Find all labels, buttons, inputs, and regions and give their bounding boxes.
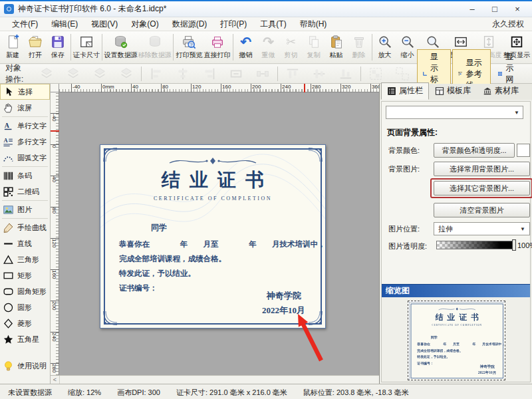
tool-item[interactable]: 圆角矩形 — [0, 283, 50, 299]
toolbar-button[interactable]: ✂ 剪切 — [280, 32, 303, 63]
menu-item[interactable]: 对象(O) — [124, 17, 165, 31]
thumbnail-certificate[interactable]: 结业证书 CERTIFICATE OF COMPLETION 同学 恭喜你在 年… — [408, 301, 505, 380]
menu-item[interactable]: 编辑(E) — [45, 17, 84, 31]
mouse-x-marker — [304, 84, 305, 92]
align-top-icon — [285, 66, 300, 81]
toolbar-button[interactable]: 粘贴 — [325, 32, 348, 63]
panel-tab[interactable]: 素材库 — [477, 82, 525, 100]
minimize-button[interactable]: – — [467, 4, 477, 14]
card-size-icon — [79, 35, 94, 49]
tool-item[interactable]: 条码 — [0, 168, 50, 184]
app-icon — [4, 4, 14, 14]
menu-item[interactable]: 数据源(D) — [166, 17, 214, 31]
horizontal-scrollbar[interactable]: < — [51, 375, 379, 384]
tool-sidebar: 选择 滚屏 A 单行文字 A 多行文字 — [0, 84, 51, 384]
toolbar-button[interactable]: 设置数据源 — [104, 32, 138, 63]
object-action-button[interactable] — [88, 67, 111, 80]
set-datasource-icon — [114, 35, 128, 49]
zoom-out-icon — [400, 35, 415, 49]
tool-item[interactable]: 圆弧文字 — [0, 150, 50, 166]
image-opacity-label: 图片透明度: — [388, 241, 427, 251]
object-action-button[interactable] — [145, 67, 168, 80]
object-selector[interactable]: ▼ — [386, 106, 523, 119]
tool-item[interactable]: 直线 — [0, 235, 50, 251]
toolbar-button[interactable]: 删除 — [348, 32, 370, 63]
tool-item[interactable]: 五角星 — [0, 331, 50, 347]
toolbar-button[interactable]: 打印预览 — [175, 32, 203, 63]
toolbar-button[interactable]: 保存 — [47, 32, 69, 63]
maximize-button[interactable]: □ — [489, 4, 500, 14]
toolbar-button[interactable]: ↶ 撤销 — [235, 32, 257, 63]
object-action-button[interactable] — [115, 67, 138, 80]
object-action-icons — [33, 66, 416, 81]
menu-item[interactable]: 工具(T) — [253, 17, 293, 31]
tool-item[interactable]: 三角形 — [0, 251, 50, 267]
object-action-button[interactable] — [172, 67, 194, 80]
toolbar-button[interactable]: 新建 — [1, 32, 24, 63]
toolbar-button[interactable]: ↷ 重做 — [257, 32, 280, 63]
close-button[interactable]: × — [512, 4, 523, 14]
tool-item[interactable]: 二维码 — [0, 184, 50, 200]
menu-item[interactable]: 视图(V) — [84, 17, 124, 31]
guides-toggle-icon — [458, 68, 463, 79]
menu-item[interactable]: 打印(P) — [213, 17, 253, 31]
clear-bg-button[interactable]: 清空背景图片 — [434, 203, 530, 217]
equal-spacing-icon — [255, 66, 270, 81]
object-action-button[interactable] — [225, 67, 247, 80]
tool-item[interactable]: 菱形 — [0, 315, 50, 331]
svg-text:A: A — [3, 137, 8, 144]
cut-icon: ✂ — [284, 35, 299, 49]
choose-other-bg-button[interactable]: 选择其它背景图片... — [434, 181, 530, 196]
tool-item[interactable]: 选择 — [0, 84, 50, 100]
menu-item[interactable]: 帮助(H) — [293, 17, 334, 31]
actual-size-icon — [426, 35, 440, 49]
fit-page-icon — [509, 35, 524, 49]
separator — [360, 66, 361, 81]
new-document-icon — [5, 35, 20, 49]
help-item[interactable]: 使用说明 — [0, 360, 50, 372]
certificate-page[interactable]: 结业证书 CERTIFICATE OF COMPLETION 同学 恭喜你在 年… — [100, 144, 326, 329]
tool-item[interactable]: A 多行文字 — [0, 134, 50, 150]
choose-common-bg-button[interactable]: 选择常用背景图片... — [434, 162, 530, 176]
tool-item[interactable]: 手绘曲线 — [0, 219, 50, 235]
tool-item[interactable]: 图片 — [0, 201, 50, 217]
separator — [173, 34, 174, 61]
redo-icon: ↷ — [261, 35, 276, 49]
bg-color-button[interactable]: 背景颜色和透明度... — [434, 143, 515, 158]
toolbar-button[interactable]: 移除数据源 — [138, 32, 172, 63]
slider-handle[interactable] — [512, 239, 516, 251]
object-action-button[interactable] — [251, 67, 274, 80]
star-icon — [3, 334, 14, 345]
ruler-label: 160 — [221, 84, 231, 92]
design-canvas[interactable]: 结业证书 CERTIFICATE OF COMPLETION 同学 恭喜你在 年… — [59, 92, 379, 375]
object-action-button[interactable] — [281, 67, 304, 80]
separator — [2, 116, 48, 117]
align-center-icon — [176, 66, 190, 81]
object-action-button[interactable] — [364, 67, 387, 80]
toolbar-button[interactable]: 证卡尺寸 — [72, 32, 100, 63]
save-floppy-icon — [51, 35, 65, 49]
toolbar-button[interactable]: 放大 — [374, 32, 396, 63]
ruler-label: 200 — [51, 301, 59, 307]
opacity-slider[interactable] — [436, 241, 515, 249]
tool-item[interactable]: 滚屏 — [0, 100, 50, 116]
object-action-button[interactable] — [198, 67, 221, 80]
scroll-left-icon[interactable]: < — [51, 376, 60, 384]
thumbnail-area: 结业证书 CERTIFICATE OF COMPLETION 同学 恭喜你在 年… — [382, 297, 530, 382]
object-action-button[interactable] — [62, 67, 84, 80]
panel-tab[interactable]: 属性栏 — [381, 82, 429, 100]
tool-item[interactable]: 圆形 — [0, 299, 50, 315]
object-action-button[interactable] — [308, 67, 331, 80]
toolbar-button[interactable]: 直接打印 — [203, 32, 231, 63]
image-position-select[interactable]: 拉伸 ▼ — [434, 222, 530, 235]
toolbar-button[interactable]: 打开 — [24, 32, 47, 63]
object-action-button[interactable] — [391, 67, 414, 80]
tool-item[interactable]: 矩形 — [0, 267, 50, 283]
object-action-button[interactable] — [334, 67, 357, 80]
panel-tab[interactable]: 模板库 — [429, 82, 477, 100]
object-action-button[interactable] — [35, 67, 58, 80]
menu-item[interactable]: 文件(F) — [5, 17, 45, 31]
bg-color-swatch[interactable] — [517, 144, 530, 157]
toolbar-button[interactable]: 复制 — [303, 32, 325, 63]
tool-item[interactable]: A 单行文字 — [0, 118, 50, 134]
